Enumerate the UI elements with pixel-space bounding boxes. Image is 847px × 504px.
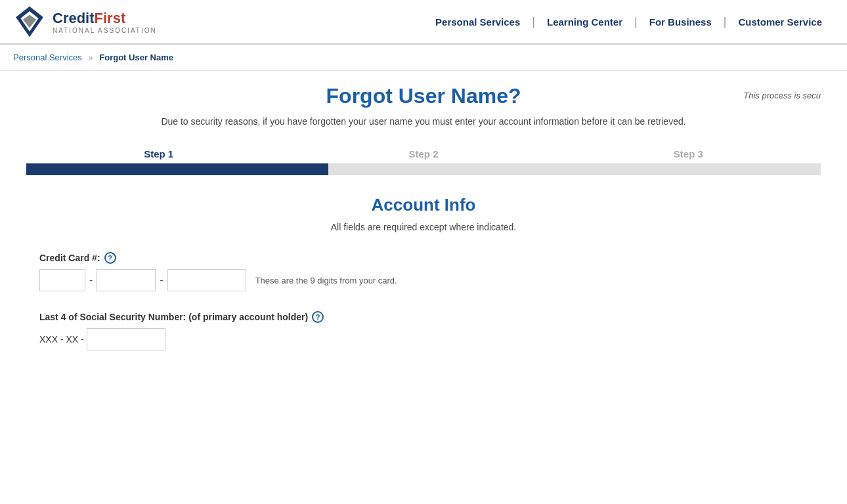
ssn-prefix: XXX - XX - <box>39 334 84 345</box>
title-area: Forgot User Name? This process is secu <box>26 84 821 108</box>
logo-text: CreditFirst NATIONAL ASSOCIATION <box>53 10 157 34</box>
page-title: Forgot User Name? <box>26 84 821 108</box>
breadcrumb-separator: » <box>88 52 93 62</box>
logo-brand-name: CreditFirst <box>53 10 157 27</box>
ssn-group: Last 4 of Social Security Number: (of pr… <box>39 311 808 350</box>
steps-container: Step 1 Step 2 Step 3 <box>26 148 821 175</box>
ssn-help-icon[interactable]: ? <box>312 311 324 323</box>
cc-dash-1: - <box>88 274 94 286</box>
credit-card-inputs: - - These are the 9 digits from your car… <box>39 269 808 291</box>
logo-credit: Credit <box>53 10 95 26</box>
progress-bar <box>26 163 821 175</box>
credit-card-label-text: Credit Card #: <box>39 253 100 263</box>
section-subtitle: All fields are required except where ind… <box>39 222 808 232</box>
steps-labels: Step 1 Step 2 Step 3 <box>26 148 821 163</box>
ssn-input[interactable] <box>87 328 165 350</box>
nav-customer-service[interactable]: Customer Service <box>726 16 834 28</box>
credit-card-label: Credit Card #: ? <box>39 252 808 264</box>
breadcrumb: Personal Services » Forgot User Name <box>0 45 847 71</box>
credit-card-field-2[interactable] <box>97 269 156 291</box>
credit-card-help-icon[interactable]: ? <box>104 252 116 264</box>
logo-diamond-icon <box>13 5 46 38</box>
step-2-label: Step 2 <box>291 148 555 163</box>
step-1-label: Step 1 <box>26 148 291 163</box>
ssn-label: Last 4 of Social Security Number: (of pr… <box>39 311 808 323</box>
logo-first: First <box>95 10 126 26</box>
section-title: Account Info <box>39 195 808 215</box>
page-subtitle: Due to security reasons, if you have for… <box>26 115 821 129</box>
logo-national: NATIONAL ASSOCIATION <box>53 27 157 34</box>
credit-card-hint: These are the 9 digits from your card. <box>255 276 397 285</box>
step-3-label: Step 3 <box>556 148 821 163</box>
progress-empty <box>328 163 821 175</box>
account-info-section: Account Info All fields are required exc… <box>26 195 821 350</box>
main-nav: Personal Services | Learning Center | Fo… <box>424 15 834 29</box>
cc-dash-2: - <box>158 274 164 286</box>
ssn-row: XXX - XX - <box>39 328 808 350</box>
credit-card-field-1[interactable] <box>39 269 85 291</box>
nav-for-business[interactable]: For Business <box>638 16 724 28</box>
main-content: Forgot User Name? This process is secu D… <box>0 71 847 383</box>
site-header: CreditFirst NATIONAL ASSOCIATION Persona… <box>0 0 847 45</box>
breadcrumb-parent-link[interactable]: Personal Services <box>13 52 82 62</box>
credit-card-field-3[interactable] <box>167 269 246 291</box>
logo: CreditFirst NATIONAL ASSOCIATION <box>13 5 157 38</box>
secure-notice: This process is secu <box>743 91 821 100</box>
nav-learning-center[interactable]: Learning Center <box>535 16 634 28</box>
ssn-label-text: Last 4 of Social Security Number: (of pr… <box>39 312 308 322</box>
progress-filled <box>26 163 328 175</box>
credit-card-group: Credit Card #: ? - - These are the 9 dig… <box>39 252 808 291</box>
nav-personal-services[interactable]: Personal Services <box>424 16 532 28</box>
breadcrumb-current: Forgot User Name <box>99 52 173 62</box>
